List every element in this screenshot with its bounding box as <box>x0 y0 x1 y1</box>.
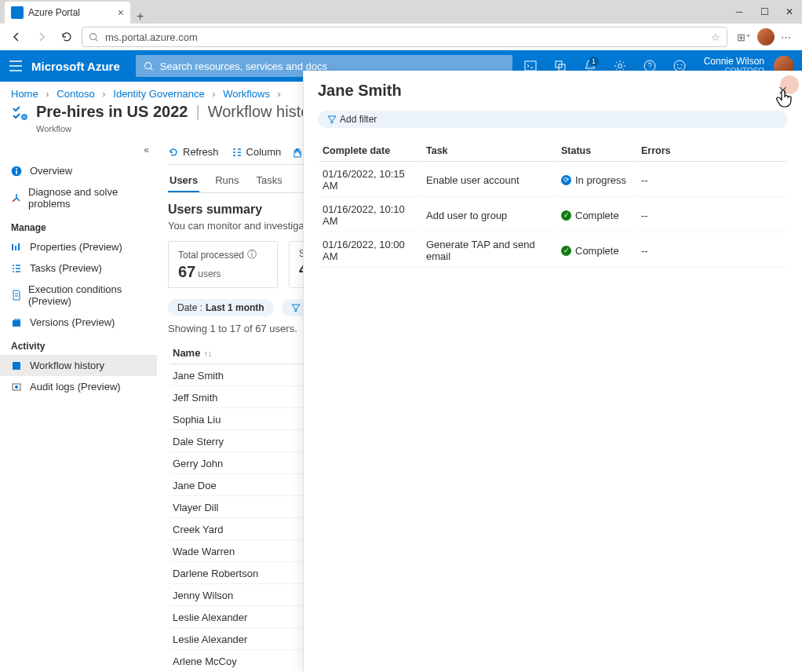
history-icon <box>11 360 24 371</box>
svg-point-18 <box>15 385 18 389</box>
workflow-icon <box>11 104 28 121</box>
azure-favicon-icon <box>11 6 24 19</box>
audit-icon <box>11 382 24 393</box>
col-status[interactable]: Status <box>558 141 636 162</box>
window-minimize-button[interactable]: ─ <box>727 3 752 20</box>
sidebar-item-workflow-history[interactable]: Workflow history <box>0 355 157 376</box>
svg-point-8 <box>676 64 678 66</box>
tab-tasks[interactable]: Tasks <box>255 170 284 192</box>
refresh-icon <box>168 147 179 158</box>
profile-avatar[interactable] <box>757 28 775 46</box>
new-tab-button[interactable]: + <box>130 9 150 24</box>
back-button[interactable] <box>6 27 27 47</box>
search-icon <box>144 61 154 71</box>
forward-button[interactable] <box>31 27 52 47</box>
info-icon[interactable]: ⓘ <box>247 248 257 261</box>
table-row[interactable]: 01/16/2022, 10:00 AMGenerate TAP and sen… <box>319 234 786 268</box>
card-total-processed: Total processed ⓘ 67users <box>168 241 278 288</box>
tab-users[interactable]: Users <box>168 170 199 192</box>
col-errors[interactable]: Errors <box>638 141 786 162</box>
tasks-icon <box>11 263 24 274</box>
breadcrumb-workflows[interactable]: Workflows <box>223 88 270 100</box>
svg-point-13 <box>16 168 17 170</box>
url-text: ms.portal.azure.com <box>105 31 198 43</box>
column-icon <box>231 147 242 158</box>
panel-add-filter-button[interactable]: Add filter <box>318 111 788 128</box>
col-task[interactable]: Task <box>423 141 556 162</box>
sidebar-item-versions[interactable]: Versions (Preview) <box>0 312 157 333</box>
search-icon <box>89 32 99 42</box>
filter-icon <box>327 115 337 124</box>
column-button[interactable]: Column <box>231 146 282 158</box>
portal-menu-button[interactable] <box>0 50 31 82</box>
sidebar-item-properties[interactable]: Properties (Preview) <box>0 236 157 257</box>
breadcrumb-identity-governance[interactable]: Identity Governance <box>113 88 204 100</box>
tab-runs[interactable]: Runs <box>213 170 240 192</box>
window-close-button[interactable]: ✕ <box>777 3 802 20</box>
sidebar-item-overview[interactable]: Overview <box>0 160 157 181</box>
versions-icon <box>11 317 24 328</box>
collections-icon[interactable]: ⊞⁺ <box>737 31 751 43</box>
filter-date-pill[interactable]: Date : Last 1 month <box>168 299 274 316</box>
panel-title: Jane Smith <box>318 82 402 100</box>
address-bar[interactable]: ms.portal.azure.com ☆ <box>82 27 727 47</box>
info-icon <box>11 166 24 177</box>
breadcrumb-home[interactable]: Home <box>11 88 38 100</box>
detail-panel: Jane Smith ✕ Add filter Complete date Ta… <box>303 71 802 672</box>
refresh-button[interactable] <box>57 27 77 47</box>
refresh-button[interactable]: Refresh <box>168 146 219 158</box>
sidebar-item-audit-logs[interactable]: Audit logs (Preview) <box>0 376 157 397</box>
diagnose-icon <box>11 192 22 203</box>
favorite-icon[interactable]: ☆ <box>711 31 720 43</box>
filter-icon <box>291 303 301 312</box>
sidebar-item-tasks[interactable]: Tasks (Preview) <box>0 257 157 279</box>
svg-rect-16 <box>13 362 20 370</box>
brand-label[interactable]: Microsoft Azure <box>31 60 136 73</box>
sidebar-group-activity: Activity <box>0 333 157 355</box>
page-title: Pre-hires in US 2022 <box>36 103 188 121</box>
browser-tab[interactable]: Azure Portal × <box>5 2 130 24</box>
document-icon <box>11 290 22 301</box>
panel-table: Complete date Task Status Errors 01/16/2… <box>318 139 788 269</box>
user-name: Connie Wilson <box>704 56 764 67</box>
panel-close-button[interactable]: ✕ <box>778 83 788 98</box>
svg-point-9 <box>680 64 682 66</box>
search-placeholder: Search resources, services and docs <box>160 60 327 72</box>
breadcrumb-contoso[interactable]: Contoso <box>57 88 94 100</box>
close-tab-button[interactable]: × <box>118 6 124 19</box>
svg-point-0 <box>90 33 97 39</box>
sidebar-item-diagnose[interactable]: Diagnose and solve problems <box>0 181 157 214</box>
svg-point-1 <box>144 62 151 68</box>
table-row[interactable]: 01/16/2022, 10:10 AMAdd user to group✓Co… <box>319 199 786 232</box>
sidebar-group-manage: Manage <box>0 214 157 236</box>
svg-point-7 <box>674 60 685 71</box>
svg-point-5 <box>618 64 622 68</box>
sidebar: « Overview Diagnose and solve problems M… <box>0 141 157 669</box>
svg-rect-19 <box>294 151 301 157</box>
collapse-sidebar-button[interactable]: « <box>0 144 157 160</box>
properties-icon <box>11 242 24 253</box>
svg-rect-14 <box>13 320 20 327</box>
browser-menu-button[interactable]: ⋯ <box>781 31 791 43</box>
browser-chrome: ─ ☐ ✕ Azure Portal × + ms.portal.azure.c… <box>0 0 802 50</box>
table-row[interactable]: 01/16/2022, 10:15 AMEnable user account⟳… <box>319 163 786 197</box>
svg-rect-12 <box>16 170 17 173</box>
tab-title: Azure Portal <box>28 7 118 18</box>
window-controls: ─ ☐ ✕ <box>727 3 802 20</box>
sort-icon: ↑↓ <box>203 349 212 358</box>
notification-badge: 1 <box>589 57 599 66</box>
svg-rect-15 <box>14 319 20 320</box>
svg-rect-2 <box>525 61 536 71</box>
sidebar-item-execution-conditions[interactable]: Execution conditions (Preview) <box>0 279 157 312</box>
col-complete-date[interactable]: Complete date <box>319 141 421 162</box>
window-maximize-button[interactable]: ☐ <box>752 3 777 20</box>
